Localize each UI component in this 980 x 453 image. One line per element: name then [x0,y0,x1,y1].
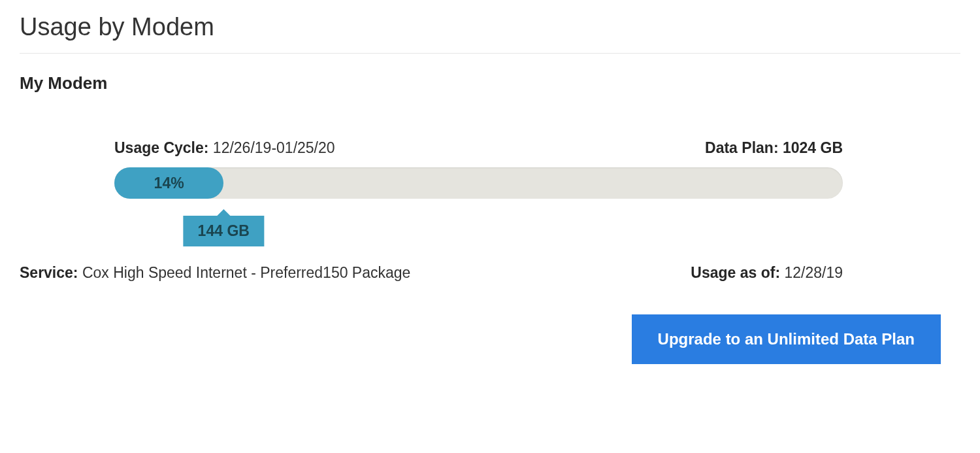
data-plan-label: Data Plan: [705,139,783,156]
usage-asof-value: 12/28/19 [784,264,843,281]
usage-header-row: Usage Cycle: 12/26/19-01/25/20 Data Plan… [114,139,843,157]
usage-asof: Usage as of: 12/28/19 [691,264,843,282]
service-label: Service: [20,264,82,281]
usage-cycle-value: 12/26/19-01/25/20 [213,139,335,156]
page-title: Usage by Modem [20,13,960,54]
usage-progress-fill: 14% [114,167,223,199]
usage-badge: 144 GB [184,216,264,246]
service-value: Cox High Speed Internet - Preferred150 P… [82,264,410,281]
usage-chart-block: Usage Cycle: 12/26/19-01/25/20 Data Plan… [20,139,960,199]
usage-cycle: Usage Cycle: 12/26/19-01/25/20 [114,139,335,157]
cta-row: Upgrade to an Unlimited Data Plan [20,314,960,364]
upgrade-plan-button[interactable]: Upgrade to an Unlimited Data Plan [632,314,941,364]
data-plan: Data Plan: 1024 GB [705,139,843,157]
usage-progress-percent: 14% [154,175,184,192]
usage-asof-label: Usage as of: [691,264,784,281]
modem-name-heading: My Modem [20,73,960,93]
usage-cycle-label: Usage Cycle: [114,139,213,156]
meta-row: Service: Cox High Speed Internet - Prefe… [20,264,960,282]
usage-progress-track: 14% [114,167,843,199]
data-plan-value: 1024 GB [783,139,843,156]
service-info: Service: Cox High Speed Internet - Prefe… [20,264,410,282]
